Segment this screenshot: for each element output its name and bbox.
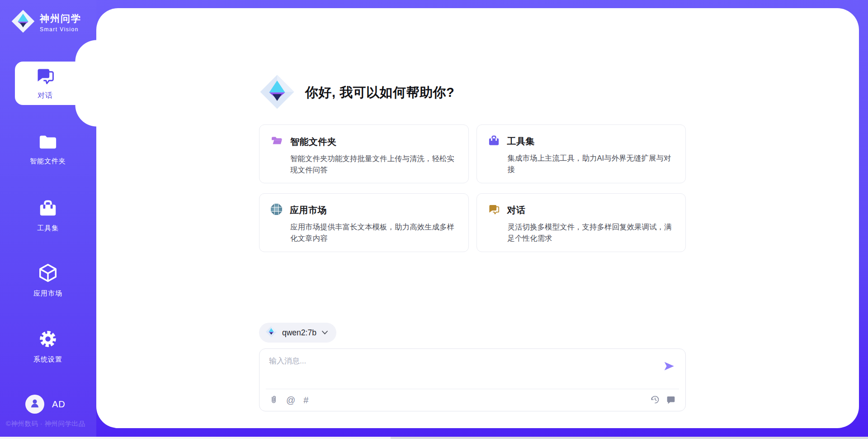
send-icon [663,367,675,373]
sidebar-item-label: 系统设置 [33,355,62,364]
sidebar-item-label: 应用市场 [33,289,62,298]
gear-icon [38,329,58,351]
sidebar-item-settings[interactable]: 系统设置 [3,329,93,364]
send-button[interactable] [663,360,675,372]
tab-fillet-bottom [75,105,97,127]
cube-grid-icon [270,203,283,217]
chat-bubble-icon [666,395,675,406]
attachment-icon [269,395,278,406]
sidebar: 神州问学 Smart Vision 对话 智能文件夹 [0,0,96,439]
sidebar-item-label: 对话 [38,91,53,100]
toolbox-icon [38,198,58,220]
brand-diamond-icon [259,74,295,112]
hash-button[interactable]: # [303,396,308,405]
sidebar-item-label: 智能文件夹 [30,157,66,166]
model-selector[interactable]: qwen2:7b [259,323,336,343]
sidebar-item-chat[interactable]: 对话 [15,62,98,105]
tab-fillet-top [75,40,97,62]
card-description: 集成市场上主流工具，助力AI与外界无缝扩展与对接 [508,153,675,175]
brand-diamond-icon [11,9,35,35]
user-profile[interactable]: AD [25,395,66,414]
composer-divider [266,389,679,389]
chat-bubbles-icon [488,203,500,217]
attachment-button[interactable] [269,395,278,406]
sidebar-item-smart-folder[interactable]: 智能文件夹 [3,132,93,166]
card-description: 智能文件夹功能支持批量文件上传与清洗，轻松实现文件问答 [290,153,458,176]
card-title: 工具集 [507,135,535,148]
card-title: 对话 [507,204,526,216]
message-composer: @ # [259,348,686,411]
brand-logo: 神州问学 Smart Vision [11,9,81,35]
card-title: 应用市场 [290,204,327,216]
open-folder-icon [270,134,283,149]
user-name: AD [52,399,66,410]
brand-diamond-icon [265,326,277,339]
folder-icon [38,132,58,153]
composer-toolbar: @ # [269,393,675,407]
greeting-text: 你好, 我可以如何帮助你? [305,84,454,102]
sidebar-item-toolset[interactable]: 工具集 [3,198,93,233]
card-description: 应用市场提供丰富长文本模板，助力高效生成多样化文章内容 [290,221,458,244]
brand-subtitle: Smart Vision [40,26,81,33]
toolbox-icon [488,134,500,148]
brand-name: 神州问学 [40,12,81,25]
card-title: 智能文件夹 [290,136,337,148]
history-icon [651,395,660,406]
card-smart-folder[interactable]: 智能文件夹 智能文件夹功能支持批量文件上传与清洗，轻松实现文件问答 [259,124,469,183]
horizontal-scrollbar[interactable] [0,437,868,439]
card-toolset[interactable]: 工具集 集成市场上主流工具，助力AI与外界无缝扩展与对接 [476,124,686,183]
cube-icon [38,262,58,285]
model-name: qwen2:7b [282,328,316,338]
sidebar-item-label: 工具集 [37,224,59,233]
card-app-market[interactable]: 应用市场 应用市场提供丰富长文本模板，助力高效生成多样化文章内容 [259,193,469,252]
greeting: 你好, 我可以如何帮助你? [259,74,454,112]
main-panel: 你好, 我可以如何帮助你? 智能文件夹 智能文件夹功能支持批量文件上传与清洗，轻… [96,8,859,428]
scrollbar-thumb[interactable] [0,437,391,439]
card-chat[interactable]: 对话 灵活切换多模型文件，支持多样回复效果调试，满足个性化需求 [476,193,686,252]
message-input[interactable] [269,356,653,384]
chat-bubbles-icon [35,66,55,88]
avatar [25,395,44,414]
sidebar-item-app-market[interactable]: 应用市场 [3,262,93,298]
feature-cards: 智能文件夹 智能文件夹功能支持批量文件上传与清洗，轻松实现文件问答 工具集 集成… [259,124,686,252]
mention-icon: @ [286,396,295,405]
person-icon [29,397,41,411]
chat-bubble-button[interactable] [666,395,675,406]
hash-icon: # [303,396,308,405]
card-description: 灵活切换多模型文件，支持多样回复效果调试，满足个性化需求 [508,221,675,244]
chevron-down-icon [321,329,328,337]
history-button[interactable] [651,395,660,406]
mention-button[interactable]: @ [286,396,295,405]
copyright: ©神州数码 · 神州问学出品 [6,420,101,428]
